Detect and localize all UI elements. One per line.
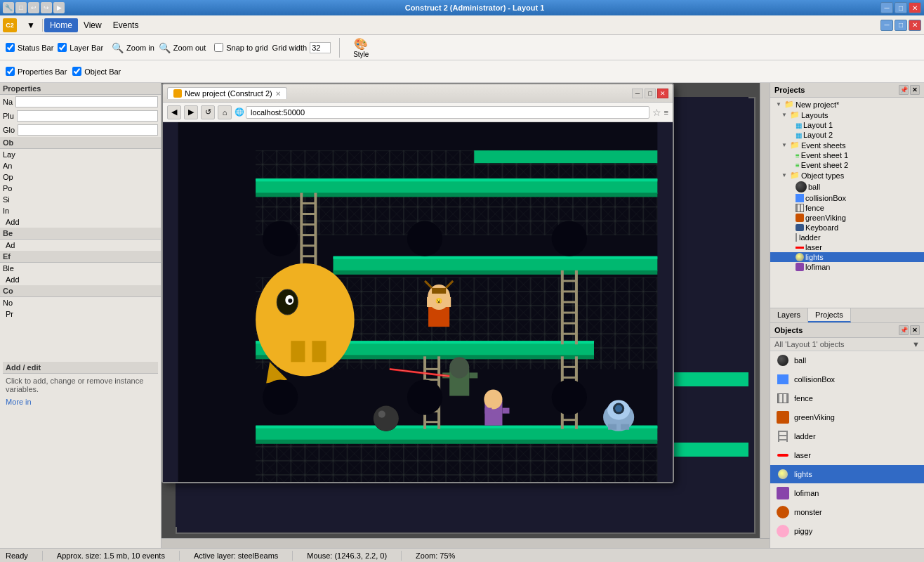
layers-tab[interactable]: Layers (770, 308, 808, 322)
window-min-btn[interactable]: ─ (880, 20, 893, 31)
menu-separator (42, 19, 43, 32)
address-input[interactable] (246, 106, 649, 119)
tree-obj-laser[interactable]: laser (770, 242, 924, 252)
browser-tab[interactable]: New project (Construct 2) ✕ (167, 87, 287, 99)
obj-item-ball[interactable]: ball (770, 351, 924, 370)
properties-link[interactable]: Pr (0, 308, 161, 320)
piggy-icon (777, 525, 789, 537)
style-button[interactable]: 🎨 Style (348, 35, 374, 60)
objects-pin-btn[interactable]: 📌 (899, 325, 909, 335)
tree-obj-lights[interactable]: lights (770, 252, 924, 262)
browser-back-btn[interactable]: ◀ (167, 105, 181, 119)
tree-events[interactable]: ▼ 📁 Event sheets (770, 140, 924, 150)
zoom-out-button[interactable]: 🔍 Zoom out (159, 42, 206, 53)
left-scroll[interactable]: Properties Na Plu Glo Ob Lay An Op (0, 83, 161, 548)
title-icon-3: ↩ (28, 2, 39, 13)
obj-item-monster[interactable]: monster (770, 503, 924, 522)
browser-home-btn[interactable]: ⌂ (218, 105, 232, 119)
tree-obj-keyboard[interactable]: Keyboard (770, 223, 924, 233)
window-title: Construct 2 (Administrator) - Layout 1 (69, 4, 880, 12)
maximize-button[interactable]: □ (895, 2, 907, 13)
lights-icon (778, 469, 788, 479)
tree-event1[interactable]: ≡ Event sheet 1 (770, 150, 924, 160)
tree-obj-collisionbox[interactable]: collisionBox (770, 193, 924, 203)
tree-obj-lofiman[interactable]: lofiman (770, 262, 924, 272)
name-input[interactable] (15, 96, 158, 107)
menu-item-home[interactable]: Home (44, 18, 78, 32)
browser-close-btn[interactable]: ✕ (657, 89, 668, 98)
obj-item-piggy[interactable]: piggy (770, 522, 924, 541)
obj-item-greenviking[interactable]: greenViking (770, 408, 924, 427)
toolbar-divider (339, 38, 340, 58)
status-approx-size: Approx. size: 1.5 mb, 10 events (57, 551, 165, 560)
svg-point-57 (256, 263, 355, 377)
collisionbox-icon (777, 374, 788, 384)
tree-obj-fence[interactable]: fence (770, 203, 924, 213)
browser-minimize-btn[interactable]: ─ (632, 89, 643, 98)
obj-item-lights[interactable]: lights (770, 465, 924, 484)
projects-pin-btn[interactable]: 📌 (899, 85, 909, 95)
properties-bar-checkbox[interactable]: Properties Bar (6, 67, 67, 76)
tree-root[interactable]: ▼ 📁 New project* (770, 99, 924, 110)
tree-obj-types[interactable]: ▼ 📁 Object types (770, 170, 924, 181)
menu-item-view[interactable]: View (78, 18, 107, 32)
snap-grid-checkbox[interactable]: Snap to grid (214, 43, 268, 52)
obj-item-ladder[interactable]: ladder (770, 427, 924, 446)
obj-item-laser[interactable]: laser (770, 446, 924, 465)
grid-width-input[interactable] (310, 42, 331, 53)
title-controls[interactable]: ─ □ ✕ (880, 2, 921, 13)
tree-lights-icon (796, 253, 804, 261)
objects-close-btn[interactable]: ✕ (910, 325, 920, 335)
obj-item-lofiman[interactable]: lofiman (770, 484, 924, 503)
status-sep-2 (179, 551, 180, 561)
browser-restore-btn[interactable]: □ (645, 89, 656, 98)
tree-layout1[interactable]: ▦ Layout 1 (770, 120, 924, 130)
add-behavior-btn[interactable]: Add (0, 216, 161, 228)
tree-layout2[interactable]: ▦ Layout 2 (770, 130, 924, 140)
tree-event2[interactable]: ≡ Event sheet 2 (770, 160, 924, 170)
browser-tab-close[interactable]: ✕ (275, 90, 281, 98)
minimize-button[interactable]: ─ (880, 2, 893, 13)
zoom-in-button[interactable]: 🔍 Zoom in (112, 42, 154, 53)
add-variable-btn[interactable]: Add (0, 274, 161, 285)
blend-field: Ble (0, 263, 161, 274)
obj-item-fence[interactable]: fence (770, 389, 924, 408)
vertical-scrollbar[interactable] (760, 83, 770, 538)
tree-obj-greenviking[interactable]: greenViking (770, 213, 924, 223)
status-bar-checkbox[interactable]: Status Bar (6, 43, 53, 52)
tree-obj-ladder[interactable]: ladder (770, 233, 924, 242)
object-bar-checkbox[interactable]: Object Bar (72, 67, 121, 76)
properties-global-field: Glo (0, 123, 161, 137)
window-max-btn[interactable]: □ (895, 20, 907, 31)
window-close-btn[interactable]: ✕ (909, 20, 921, 31)
layer-bar-checkbox[interactable]: Layer Bar (58, 43, 103, 52)
svg-point-90 (615, 405, 622, 412)
objects-filter-icon[interactable]: ▼ (912, 340, 920, 348)
instance-field: In (0, 205, 161, 216)
global-input[interactable] (18, 124, 158, 136)
obj-ball-icon-container (776, 353, 790, 367)
viking-icon (777, 411, 789, 424)
obj-item-collisionbox[interactable]: collisionBox (770, 370, 924, 389)
ball-icon (777, 355, 788, 366)
zoom-group: 🔍 Zoom in 🔍 Zoom out (112, 42, 206, 53)
projects-tab[interactable]: Projects (808, 308, 851, 322)
browser-tab-title: New project (Construct 2) (185, 89, 272, 98)
browser-refresh-btn[interactable]: ↺ (201, 105, 215, 119)
menu-item-events[interactable]: Events (107, 18, 145, 32)
more-info-link[interactable]: More in (3, 396, 158, 407)
menu-item-dropdown[interactable]: ▼ (21, 18, 41, 32)
horizontal-scrollbar[interactable] (161, 538, 770, 548)
browser-forward-btn[interactable]: ▶ (184, 105, 198, 119)
add-effect-btn[interactable]: Ad (0, 240, 161, 251)
bookmark-star[interactable]: ☆ (652, 107, 661, 118)
svg-rect-69 (427, 297, 433, 307)
close-button[interactable]: ✕ (909, 2, 921, 13)
tree-layout1-label: Layout 1 (803, 121, 833, 129)
event1-icon: ≡ (796, 152, 800, 159)
plugin-input[interactable] (17, 110, 158, 122)
projects-close-btn[interactable]: ✕ (910, 85, 920, 95)
tree-obj-ball[interactable]: ball (770, 181, 924, 193)
browser-menu-btn[interactable]: ≡ (664, 108, 668, 117)
tree-layouts[interactable]: ▼ 📁 Layouts (770, 110, 924, 120)
